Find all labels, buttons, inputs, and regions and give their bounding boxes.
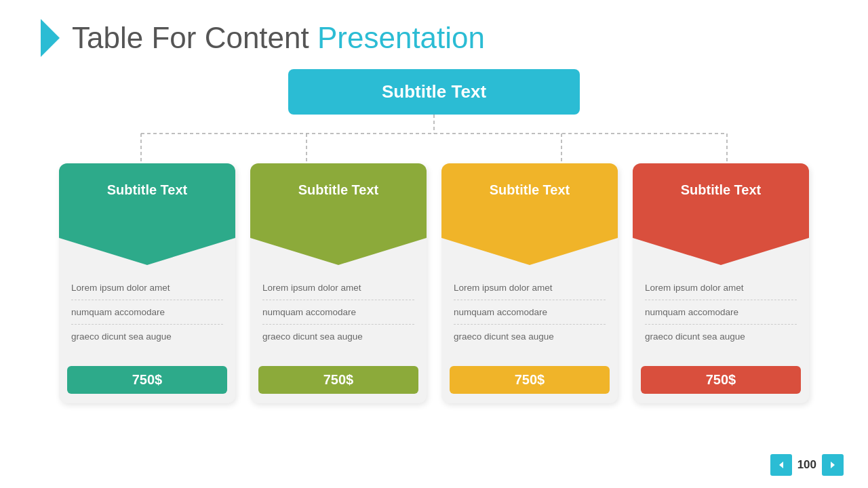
svg-marker-10 bbox=[779, 462, 783, 468]
card-red-header: Subtitle Text bbox=[633, 163, 809, 238]
card-olive-price: 750$ bbox=[258, 366, 418, 394]
top-subtitle-box: Subtitle Text bbox=[288, 69, 580, 115]
card-red-title: Subtitle Text bbox=[681, 176, 762, 198]
card-teal-header: Subtitle Text bbox=[59, 163, 235, 238]
card-yellow-body: Lorem ipsum dolor amet numquam accomodar… bbox=[441, 265, 618, 359]
main-content: Subtitle Text Subtitle Text bbox=[0, 57, 868, 403]
svg-marker-11 bbox=[831, 462, 835, 468]
header: Table For Content Presentation bbox=[0, 0, 868, 57]
card-red-price-wrap: 750$ bbox=[633, 359, 809, 403]
card-yellow-price: 750$ bbox=[450, 366, 610, 394]
svg-marker-9 bbox=[633, 238, 809, 265]
card-yellow-header: Subtitle Text bbox=[441, 163, 618, 238]
card-red-item-1: Lorem ipsum dolor amet bbox=[645, 276, 797, 300]
nav-next-icon bbox=[828, 460, 837, 470]
card-red: Subtitle Text Lorem ipsum dolor amet num… bbox=[633, 163, 809, 403]
cards-row: Subtitle Text Lorem ipsum dolor amet num… bbox=[18, 163, 850, 403]
card-teal-item-3: graeco dicunt sea augue bbox=[71, 325, 223, 348]
page-number: 100 bbox=[797, 458, 816, 472]
card-olive-header: Subtitle Text bbox=[250, 163, 427, 238]
svg-marker-6 bbox=[59, 238, 235, 265]
connector-area bbox=[68, 115, 800, 163]
card-teal-body: Lorem ipsum dolor amet numquam accomodar… bbox=[59, 265, 235, 359]
card-olive-item-2: numquam accomodare bbox=[262, 300, 414, 325]
nav-prev-button[interactable] bbox=[770, 454, 792, 476]
svg-marker-8 bbox=[441, 238, 618, 265]
nav-next-button[interactable] bbox=[822, 454, 844, 476]
page-title: Table For Content Presentation bbox=[72, 22, 485, 54]
card-teal-item-2: numquam accomodare bbox=[71, 300, 223, 325]
card-yellow-item-2: numquam accomodare bbox=[454, 300, 606, 325]
card-teal: Subtitle Text Lorem ipsum dolor amet num… bbox=[59, 163, 235, 403]
card-olive-item-1: Lorem ipsum dolor amet bbox=[262, 276, 414, 300]
card-olive-body: Lorem ipsum dolor amet numquam accomodar… bbox=[250, 265, 427, 359]
card-yellow-chevron bbox=[441, 238, 618, 265]
card-yellow: Subtitle Text Lorem ipsum dolor amet num… bbox=[441, 163, 618, 403]
card-teal-item-1: Lorem ipsum dolor amet bbox=[71, 276, 223, 300]
card-yellow-item-3: graeco dicunt sea augue bbox=[454, 325, 606, 348]
card-teal-price-wrap: 750$ bbox=[59, 359, 235, 403]
card-olive: Subtitle Text Lorem ipsum dolor amet num… bbox=[250, 163, 427, 403]
card-olive-item-3: graeco dicunt sea augue bbox=[262, 325, 414, 348]
nav-bottom: 100 bbox=[770, 454, 844, 476]
card-red-body: Lorem ipsum dolor amet numquam accomodar… bbox=[633, 265, 809, 359]
connector-lines bbox=[68, 115, 800, 163]
card-teal-price: 750$ bbox=[67, 366, 227, 394]
top-subtitle-label: Subtitle Text bbox=[382, 81, 486, 102]
card-yellow-title: Subtitle Text bbox=[490, 176, 570, 198]
nav-prev-icon bbox=[776, 460, 786, 470]
card-teal-chevron bbox=[59, 238, 235, 265]
card-teal-title: Subtitle Text bbox=[107, 176, 188, 198]
card-yellow-item-1: Lorem ipsum dolor amet bbox=[454, 276, 606, 300]
card-yellow-price-wrap: 750$ bbox=[441, 359, 618, 403]
card-red-chevron bbox=[633, 238, 809, 265]
card-red-item-3: graeco dicunt sea augue bbox=[645, 325, 797, 348]
header-arrow-icon bbox=[41, 19, 60, 57]
svg-marker-7 bbox=[250, 238, 427, 265]
card-olive-title: Subtitle Text bbox=[298, 176, 379, 198]
card-red-price: 750$ bbox=[641, 366, 801, 394]
card-olive-price-wrap: 750$ bbox=[250, 359, 427, 403]
card-red-item-2: numquam accomodare bbox=[645, 300, 797, 325]
card-olive-chevron bbox=[250, 238, 427, 265]
